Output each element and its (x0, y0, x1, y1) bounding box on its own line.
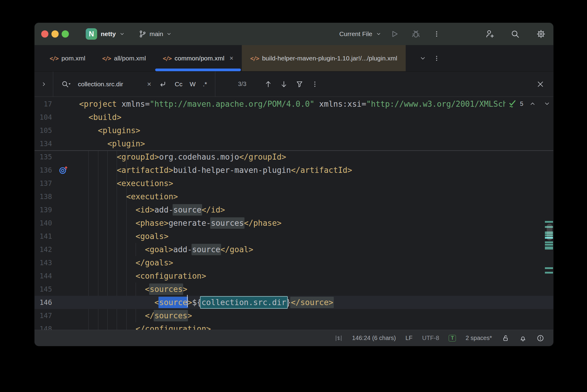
indent-widget[interactable]: 2 spaces* (466, 335, 492, 341)
code-editor[interactable]: 135<groupId>org.codehaus.mojo</groupId>1… (35, 97, 553, 330)
code-token: add- (173, 245, 192, 254)
minimize-window-button[interactable] (51, 30, 59, 38)
search-input[interactable]: collection.src.dir (78, 81, 147, 88)
code-text: <goal>add-source</goal> (79, 243, 253, 256)
code-token: "http://maven.apache.org/POM/4.0.0" (150, 100, 315, 109)
code-line[interactable]: 136<artifactId>build-helper-maven-plugin… (35, 164, 553, 177)
previous-occurrence-button[interactable] (264, 80, 272, 88)
code-line[interactable]: 139<id>add-source</id> (35, 203, 553, 216)
code-token: </goal> (220, 245, 254, 254)
error-stripe-mark[interactable] (545, 247, 553, 250)
search-everywhere-button[interactable] (511, 29, 520, 38)
editor-tab[interactable]: </>all/pom.xml (94, 45, 155, 71)
code-line[interactable]: 17<project xmlns="http://maven.apache.or… (35, 97, 553, 111)
scrollbar-thumb[interactable] (547, 224, 552, 240)
problems-button[interactable] (536, 334, 544, 342)
vcs-branch-widget[interactable]: main (139, 30, 172, 38)
translation-plugin-icon[interactable]: T (449, 335, 456, 341)
error-stripe-mark[interactable] (545, 221, 553, 223)
notifications-button[interactable] (519, 334, 527, 342)
code-line[interactable]: 148</configuration> (35, 322, 553, 330)
clear-search-button[interactable]: × (147, 80, 151, 88)
editor-tab[interactable]: </>build-helper-maven-plugin-1.10.jar!/.… (242, 45, 406, 71)
code-line[interactable]: 142<goal>add-source</goal> (35, 243, 553, 256)
code-line[interactable]: 135<groupId>org.codehaus.mojo</groupId> (35, 150, 553, 164)
code-token: <goal> (145, 245, 173, 254)
code-token: </configuration> (136, 324, 211, 330)
next-occurrence-button[interactable] (280, 80, 288, 88)
whole-words-toggle[interactable]: W (190, 81, 196, 88)
tab-options-menu[interactable] (433, 55, 440, 62)
error-stripe-mark[interactable] (545, 241, 553, 243)
code-token: org.codehaus.mojo (159, 152, 239, 161)
code-text: </sources> (79, 309, 192, 322)
code-line[interactable]: 105<plugins> (35, 124, 553, 137)
code-with-me-button[interactable] (485, 29, 494, 38)
code-line[interactable]: 138<execution> (35, 190, 553, 203)
hidden-tabs-dropdown[interactable] (420, 55, 426, 62)
code-line[interactable]: 104<build> (35, 111, 553, 124)
code-line[interactable]: 145<sources> (35, 283, 553, 296)
filter-search-button[interactable] (296, 80, 303, 88)
search-history-button[interactable] (61, 80, 71, 89)
expand-replace-button[interactable] (35, 72, 53, 96)
search-options-menu[interactable] (311, 81, 318, 88)
inspections-widget[interactable]: 5 (506, 98, 550, 109)
code-token: > (187, 311, 192, 320)
code-line[interactable]: 146<source>${collection.src.dir}</source… (35, 296, 553, 309)
code-text: </goals> (79, 256, 173, 269)
line-number: 144 (35, 272, 52, 280)
code-token: <configuration> (136, 271, 206, 280)
previous-problem-button[interactable] (529, 100, 536, 107)
chevron-down-icon (376, 31, 381, 37)
editor-tab[interactable]: </>common/pom.xml× (154, 45, 242, 71)
line-number: 147 (35, 312, 52, 320)
regex-toggle[interactable]: .* (203, 81, 207, 88)
line-number: 143 (35, 259, 52, 267)
error-stripe-mark[interactable] (545, 267, 553, 269)
error-stripe-mark[interactable] (545, 272, 553, 274)
more-actions-menu[interactable] (433, 30, 440, 38)
code-token: <artifactId> (117, 166, 173, 175)
project-widget[interactable]: N netty (86, 28, 125, 40)
bell-icon (519, 334, 527, 342)
editor-tab[interactable]: </>pom.xml (41, 45, 94, 71)
code-text: </configuration> (79, 322, 211, 330)
close-window-button[interactable] (41, 30, 48, 38)
new-line-button[interactable] (158, 80, 167, 88)
match-case-toggle[interactable]: Cc (175, 81, 183, 88)
close-tab-icon[interactable]: × (229, 55, 233, 62)
code-line[interactable]: 144<configuration> (35, 269, 553, 283)
code-line[interactable]: 137<executions> (35, 177, 553, 190)
code-text: <goals> (79, 230, 168, 243)
run-button[interactable] (390, 29, 399, 38)
code-line[interactable]: 143</goals> (35, 256, 553, 269)
error-stripe-mark[interactable] (545, 244, 553, 246)
code-text: <id>add-source</id> (79, 203, 225, 216)
code-token: </ (145, 311, 154, 320)
close-icon (536, 80, 544, 88)
code-scroll-area[interactable]: 135<groupId>org.codehaus.mojo</groupId>1… (35, 150, 553, 330)
code-text: <configuration> (79, 269, 206, 283)
code-line[interactable]: 134<plugin> (35, 137, 553, 150)
close-find-bar-button[interactable] (536, 80, 544, 88)
fullscreen-window-button[interactable] (62, 30, 69, 38)
line-separator-widget[interactable]: LF (405, 335, 412, 341)
code-line[interactable]: 147</sources> (35, 309, 553, 322)
xml-file-icon: </> (163, 55, 171, 62)
code-line[interactable]: 140<phase>generate-sources</phase> (35, 216, 553, 230)
encoding-widget[interactable]: UTF-8 (422, 335, 439, 341)
file-lock-button[interactable] (502, 334, 509, 342)
next-problem-button[interactable] (544, 100, 550, 107)
navigate-declaration-icon[interactable] (59, 165, 68, 175)
settings-button[interactable] (536, 29, 546, 38)
code-token: <groupId> (117, 152, 159, 161)
caret-position-widget[interactable]: 146:24 (6 chars) (352, 335, 396, 341)
line-number: 134 (35, 140, 52, 148)
ide-window: N netty main Current File (35, 23, 553, 346)
code-line[interactable]: 141<goals> (35, 230, 553, 243)
code-text: <groupId>org.codehaus.mojo</groupId> (79, 150, 286, 164)
run-configuration-selector[interactable]: Current File (339, 30, 381, 38)
debug-button[interactable] (411, 29, 420, 38)
code-token: > (183, 285, 187, 294)
